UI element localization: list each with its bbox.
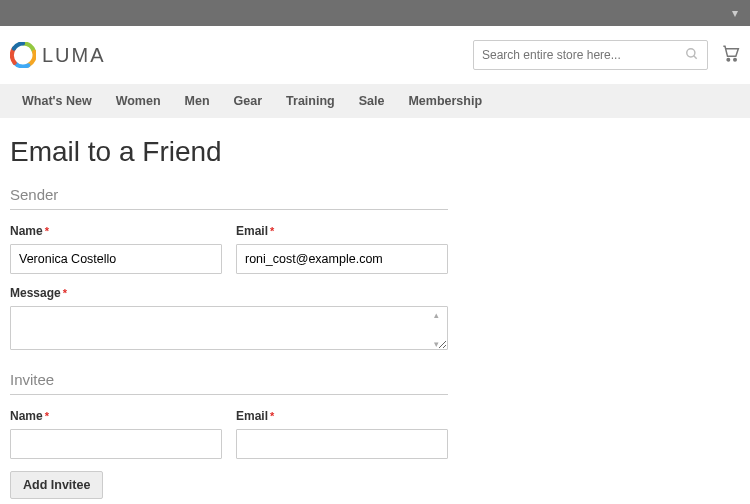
main-nav: What's New Women Men Gear Training Sale …	[0, 84, 750, 118]
nav-women[interactable]: Women	[104, 94, 173, 108]
svg-point-2	[727, 58, 730, 60]
required-star: *	[45, 225, 49, 237]
invitee-email-label: Email*	[236, 409, 448, 423]
page-title: Email to a Friend	[10, 136, 740, 168]
search-icon[interactable]	[685, 47, 699, 64]
svg-point-3	[734, 58, 737, 60]
invitee-fieldset: Invitee Name* Email* Add Invitee	[10, 371, 448, 499]
required-star: *	[45, 410, 49, 422]
svg-point-0	[687, 48, 695, 56]
svg-line-1	[694, 55, 697, 58]
chevron-down-icon[interactable]: ▾	[732, 6, 738, 20]
sender-email-label: Email*	[236, 224, 448, 238]
nav-whats-new[interactable]: What's New	[10, 94, 104, 108]
page-content: Email to a Friend Sender Name* Email* Me…	[0, 118, 750, 504]
logo[interactable]: LUMA	[10, 42, 106, 68]
sender-message-input[interactable]	[10, 306, 448, 350]
cart-icon[interactable]	[720, 43, 740, 68]
required-star: *	[270, 410, 274, 422]
nav-men[interactable]: Men	[173, 94, 222, 108]
sender-name-label: Name*	[10, 224, 222, 238]
required-star: *	[63, 287, 67, 299]
nav-membership[interactable]: Membership	[396, 94, 494, 108]
sender-email-input[interactable]	[236, 244, 448, 274]
search-input[interactable]	[482, 48, 685, 62]
invitee-legend: Invitee	[10, 371, 448, 395]
sender-fieldset: Sender Name* Email* Message* ▴▾	[10, 186, 448, 353]
sender-legend: Sender	[10, 186, 448, 210]
invitee-name-input[interactable]	[10, 429, 222, 459]
add-invitee-button[interactable]: Add Invitee	[10, 471, 103, 499]
nav-training[interactable]: Training	[274, 94, 347, 108]
sender-message-label: Message*	[10, 286, 448, 300]
invitee-email-input[interactable]	[236, 429, 448, 459]
nav-sale[interactable]: Sale	[347, 94, 397, 108]
required-star: *	[270, 225, 274, 237]
nav-gear[interactable]: Gear	[222, 94, 275, 108]
logo-text: LUMA	[42, 44, 106, 67]
logo-icon	[10, 42, 36, 68]
top-banner: ▾	[0, 0, 750, 26]
search-box[interactable]	[473, 40, 708, 70]
invitee-name-label: Name*	[10, 409, 222, 423]
sender-name-input[interactable]	[10, 244, 222, 274]
header: LUMA	[0, 26, 750, 84]
